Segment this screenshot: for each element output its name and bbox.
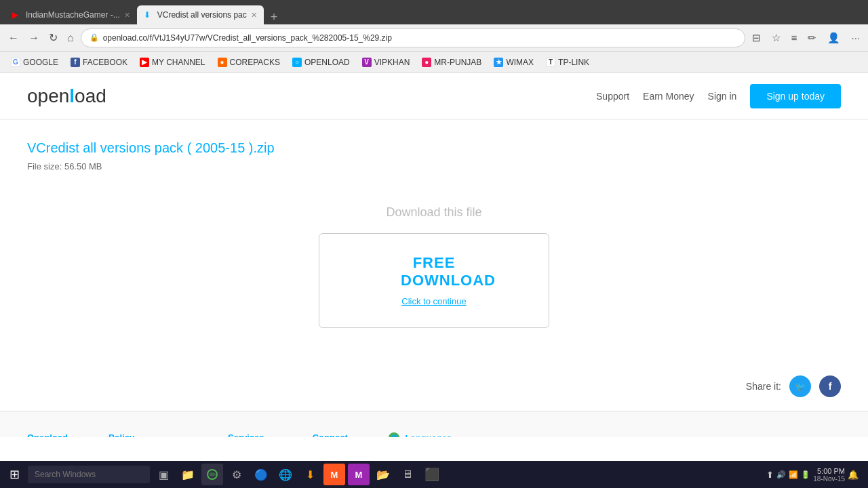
browser-toolbar: ← → ↻ ⌂ 🔒 openload.co/f/VtJ1S4yU77w/VCre… xyxy=(0,24,868,52)
site-footer: Openload About us News FAQ Contact us Po… xyxy=(0,411,868,437)
taskbar-app4-icon[interactable]: M xyxy=(323,464,345,485)
taskbar-explorer-icon[interactable]: 📁 xyxy=(177,464,199,485)
taskbar-clock: 5:00 PM 18-Nov-15 xyxy=(813,467,845,483)
taskbar-system-tray: ⬆ 🔊 📶 🔋 5:00 PM 18-Nov-15 🔔 xyxy=(766,467,864,483)
bookmark-icon[interactable]: ☆ xyxy=(769,29,783,47)
more-icon[interactable]: ··· xyxy=(848,29,863,46)
footer-heading-openload: Openload xyxy=(27,432,68,437)
header-nav: Support Earn Money Sign in Sign up today xyxy=(596,84,841,108)
footer-col-policy: Policy Terms and Conditions Copyright Po… xyxy=(108,432,187,437)
file-title: VCredist all versions pack ( 2005-15 ).z… xyxy=(27,140,841,156)
bookmark-vipkhan[interactable]: V VIPKHAN xyxy=(357,56,416,69)
site-header: openload Support Earn Money Sign in Sign… xyxy=(0,73,868,120)
share-twitter-button[interactable]: 🐦 xyxy=(789,375,811,397)
back-button[interactable]: ← xyxy=(5,29,22,47)
tab-1[interactable]: ▶ IndianMustacheGamer -... ✕ xyxy=(5,5,137,24)
clock-date: 18-Nov-15 xyxy=(813,475,845,483)
tray-icon-3: 📶 xyxy=(789,470,798,479)
taskbar-app1-icon[interactable]: 🔵 xyxy=(250,464,272,485)
tray-icon-1: ⬆ xyxy=(766,470,774,480)
bookmark-tplink-label: TP-LINK xyxy=(558,58,589,67)
share-facebook-button[interactable]: f xyxy=(819,375,841,397)
tab-close-1[interactable]: ✕ xyxy=(124,11,130,20)
taskbar-app5-icon[interactable]: M xyxy=(348,464,370,485)
bookmarks-bar: G GOOGLE f FACEBOOK ▶ MY CHANNEL ● COREP… xyxy=(0,52,868,73)
file-size: File size: 56.50 MB xyxy=(27,161,841,171)
forward-button[interactable]: → xyxy=(26,29,42,47)
taskbar: ⊞ ▣ 📁 ⚙ 🔵 🌐 ⬇ M M 📂 🖥 ⬛ ⬆ 🔊 📶 🔋 5:00 PM … xyxy=(0,461,868,488)
refresh-button[interactable]: ↻ xyxy=(46,28,60,47)
tab-label-2: VCredist all versions pac xyxy=(157,10,247,20)
tab-label-1: IndianMustacheGamer -... xyxy=(26,10,120,20)
main-content: VCredist all versions pack ( 2005-15 ).z… xyxy=(0,120,868,362)
tray-icon-4: 🔋 xyxy=(801,470,810,479)
address-text: openload.co/f/VtJ1S4yU77w/VCredist_all_v… xyxy=(103,33,392,43)
tab-close-2[interactable]: ✕ xyxy=(251,11,257,20)
share-label: Share it: xyxy=(746,381,781,392)
page-content: openload Support Earn Money Sign in Sign… xyxy=(0,73,868,437)
bookmark-mrpunjab-label: MR-PUNJAB xyxy=(434,58,481,67)
earn-money-link[interactable]: Earn Money xyxy=(643,91,694,102)
logo-text-open: open xyxy=(27,85,69,106)
taskbar-view-button[interactable]: ▣ xyxy=(153,464,174,485)
clock-time: 5:00 PM xyxy=(813,467,845,475)
notification-icon[interactable]: 🔔 xyxy=(848,470,859,480)
logo-text-oad: oad xyxy=(75,85,106,106)
tab-2[interactable]: ⬇ VCredist all versions pac ✕ xyxy=(137,5,264,24)
bookmark-tplink-icon: T xyxy=(546,58,555,67)
bookmark-wimax[interactable]: ★ WIMAX xyxy=(488,56,539,69)
bookmark-my-channel[interactable]: ▶ MY CHANNEL xyxy=(134,56,210,69)
bookmark-mr-punjab[interactable]: ● MR-PUNJAB xyxy=(416,56,487,69)
sidebar-icon[interactable]: ⊟ xyxy=(749,29,764,47)
taskbar-app3-icon[interactable]: ⬇ xyxy=(299,464,321,485)
bookmark-facebook[interactable]: f FACEBOOK xyxy=(65,56,133,69)
start-button[interactable]: ⊞ xyxy=(4,464,25,485)
taskbar-app2-icon[interactable]: 🌐 xyxy=(275,464,296,485)
sign-up-button[interactable]: Sign up today xyxy=(750,84,841,108)
download-heading: Download this file xyxy=(27,205,841,220)
footer-heading-services: Services xyxy=(228,432,272,437)
edit-icon[interactable]: ✏ xyxy=(805,29,819,47)
bookmark-openload-icon: ○ xyxy=(292,58,302,67)
share-section: Share it: 🐦 f xyxy=(0,362,868,411)
bookmark-vipkhan-label: VIPKHAN xyxy=(374,58,410,67)
bookmark-tp-link[interactable]: T TP-LINK xyxy=(540,56,595,69)
facebook-icon: f xyxy=(829,381,832,392)
bookmark-google-label: GOOGLE xyxy=(23,58,58,67)
bookmark-corepacks-label: COREPACKS xyxy=(230,58,280,67)
new-tab-button[interactable]: + xyxy=(267,10,282,24)
download-section: Download this file FREE DOWNLOAD Click t… xyxy=(27,192,841,342)
twitter-icon: 🐦 xyxy=(795,382,806,392)
bookmark-google[interactable]: G GOOGLE xyxy=(5,56,64,69)
languages-globe-icon: 🌐 xyxy=(389,432,399,437)
bookmark-corepacks[interactable]: ● COREPACKS xyxy=(212,56,285,69)
footer-col-languages: 🌐 Languages English xyxy=(389,432,452,437)
taskbar-app6-icon[interactable]: 📂 xyxy=(372,464,394,485)
taskbar-settings-icon[interactable]: ⚙ xyxy=(226,464,248,485)
home-button[interactable]: ⌂ xyxy=(64,29,77,47)
taskbar-app8-icon[interactable]: ⬛ xyxy=(421,464,443,485)
bookmark-openload[interactable]: ○ OPENLOAD xyxy=(287,56,355,69)
taskbar-app7-icon[interactable]: 🖥 xyxy=(397,464,418,485)
bookmark-openload-label: OPENLOAD xyxy=(304,58,350,67)
address-bar[interactable]: 🔒 openload.co/f/VtJ1S4yU77w/VCredist_all… xyxy=(81,28,745,47)
tray-icon-2: 🔊 xyxy=(776,470,786,479)
click-continue-link[interactable]: Click to continue xyxy=(401,296,466,306)
footer-heading-languages-text: Languages xyxy=(405,433,452,438)
menu-icon[interactable]: ≡ xyxy=(789,29,800,46)
bookmark-facebook-icon: f xyxy=(71,58,80,67)
profile-icon[interactable]: 👤 xyxy=(825,29,843,47)
sign-in-link[interactable]: Sign in xyxy=(708,91,737,102)
support-link[interactable]: Support xyxy=(596,91,629,102)
bookmark-vipkhan-icon: V xyxy=(362,58,372,67)
taskbar-ie-icon[interactable] xyxy=(201,464,223,485)
download-box[interactable]: FREE DOWNLOAD Click to continue xyxy=(319,233,549,328)
security-icon: 🔒 xyxy=(90,33,99,42)
bookmark-facebook-label: FACEBOOK xyxy=(83,58,127,67)
bookmark-google-icon: G xyxy=(11,58,20,67)
footer-col-connect: Connect Twitter Facebook xyxy=(313,432,349,437)
taskbar-search-input[interactable] xyxy=(28,466,150,483)
site-logo: openload xyxy=(27,85,596,107)
footer-heading-policy: Policy xyxy=(108,432,187,437)
bookmark-my-channel-label: MY CHANNEL xyxy=(152,58,205,67)
